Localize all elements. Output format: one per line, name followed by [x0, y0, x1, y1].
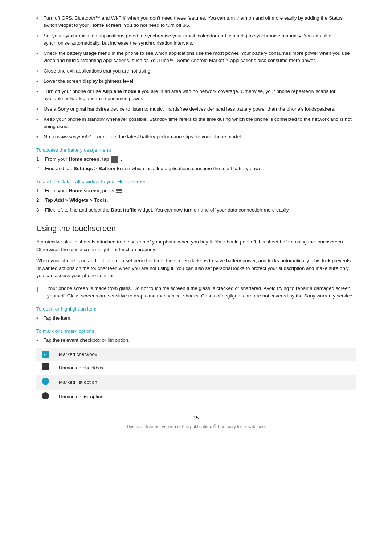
- marked-radio-icon: [42, 378, 49, 385]
- section-heading-mark: To mark or unmark options: [36, 328, 356, 334]
- battery-usage-section: To access the battery usage menu 1 From …: [36, 147, 356, 173]
- list-item: Turn off GPS, Bluetooth™ and Wi-Fi® when…: [36, 15, 356, 29]
- list-item: Turn off your phone or use Airplane mode…: [36, 88, 356, 103]
- checkbox-options-table: ✓ Marked checkbox Unmarked checkbox Mark…: [36, 348, 356, 404]
- touchscreen-para1: A protective plastic sheet is attached t…: [36, 238, 356, 254]
- touchscreen-para2: When your phone is on and left idle for …: [36, 257, 356, 280]
- data-traffic-section: To add the Data traffic widget to your H…: [36, 179, 356, 214]
- radio-icon-cell: [36, 390, 54, 404]
- radio-icon-cell: [36, 375, 54, 390]
- open-highlight-section: To open or highlight an item Tap the ite…: [36, 306, 356, 322]
- list-item: Check the battery usage menu in the phon…: [36, 50, 356, 65]
- table-row: Marked list option: [36, 375, 356, 390]
- unchecked-checkbox-icon: [42, 363, 49, 370]
- touchscreen-section: Using the touchscreen A protective plast…: [36, 224, 356, 300]
- table-row: Unmarked checkbox: [36, 361, 356, 375]
- open-bullet-list: Tap the item.: [36, 315, 356, 322]
- checkbox-icon-cell: ✓: [36, 348, 54, 361]
- list-item: 2 Find and tap Settings > Battery to see…: [36, 165, 356, 172]
- tips-bullet-list: Turn off GPS, Bluetooth™ and Wi-Fi® when…: [36, 15, 356, 141]
- traffic-steps-list: 1 From your Home screen, press . 2 Tap A…: [36, 187, 356, 214]
- list-item: 1 From your Home screen, press .: [36, 187, 356, 194]
- section-heading-open: To open or highlight an item: [36, 306, 356, 312]
- list-item: Go to www.sonymobile.com to get the late…: [36, 133, 356, 140]
- page-content: Turn off GPS, Bluetooth™ and Wi-Fi® when…: [0, 0, 392, 554]
- table-row: Unmarked list option: [36, 390, 356, 404]
- checkbox-icon-cell: [36, 361, 54, 375]
- list-item: 2 Tap Add > Widgets > Tools.: [36, 197, 356, 204]
- table-row: ✓ Marked checkbox: [36, 348, 356, 361]
- section-main-title: Using the touchscreen: [36, 224, 356, 233]
- checked-checkbox-icon: ✓: [42, 351, 49, 358]
- list-item: Lower the screen display brightness leve…: [36, 78, 356, 85]
- radio-label-cell: Marked list option: [54, 375, 356, 390]
- page-number: 15: [36, 415, 356, 420]
- mark-bullet-list: Tap the relevant checkbox or list option…: [36, 337, 356, 344]
- warning-icon: !: [36, 285, 44, 295]
- list-item: Tap the item.: [36, 315, 356, 322]
- section-heading-traffic: To add the Data traffic widget to your H…: [36, 179, 356, 184]
- list-item: 1 From your Home screen, tap: [36, 156, 356, 163]
- list-item: Keep your phone in standby whenever poss…: [36, 116, 356, 131]
- menu-icon: [116, 189, 122, 193]
- list-item: Close and exit applications that you are…: [36, 67, 356, 75]
- list-item: Use a Sony original handsfree device to …: [36, 106, 356, 113]
- checkbox-label-cell: Marked checkbox: [54, 348, 356, 361]
- section-heading-battery: To access the battery usage menu: [36, 147, 356, 153]
- list-item: 3 Flick left to find and select the Data…: [36, 206, 356, 214]
- list-item: Set your synchronisation applications (u…: [36, 32, 356, 47]
- radio-label-cell: Unmarked list option: [54, 390, 356, 404]
- list-item: Tap the relevant checkbox or list option…: [36, 337, 356, 344]
- grid-icon: [111, 156, 118, 163]
- warning-block: ! Your phone screen is made from glass. …: [36, 285, 356, 300]
- warning-text: Your phone screen is made from glass. Do…: [47, 285, 356, 300]
- battery-steps-list: 1 From your Home screen, tap: [36, 156, 356, 173]
- mark-unmark-section: To mark or unmark options Tap the releva…: [36, 328, 356, 404]
- checkbox-label-cell: Unmarked checkbox: [54, 361, 356, 375]
- footer-text: This is an Internet version of this publ…: [36, 424, 356, 429]
- unmarked-radio-icon: [42, 392, 49, 399]
